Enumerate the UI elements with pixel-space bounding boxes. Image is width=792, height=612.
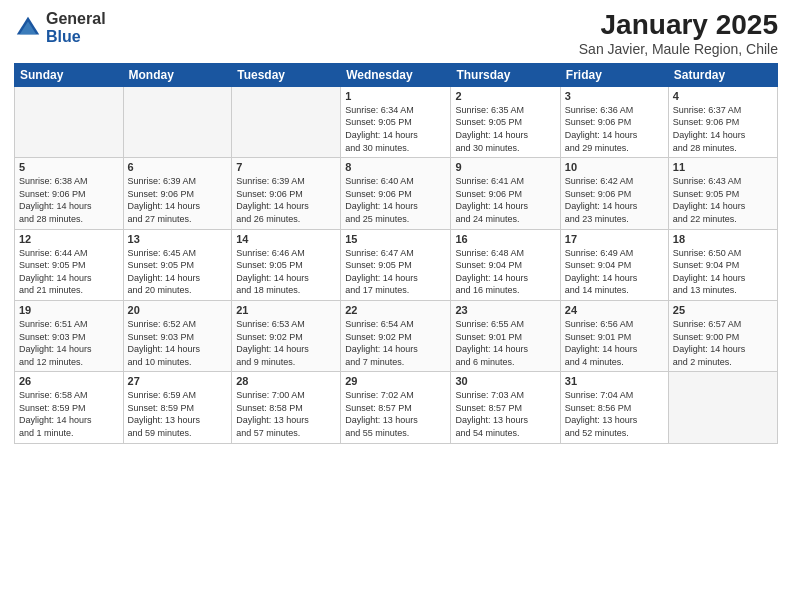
day-number: 16 (455, 233, 555, 245)
header: General Blue January 2025 San Javier, Ma… (14, 10, 778, 57)
day-info: Sunrise: 6:57 AM Sunset: 9:00 PM Dayligh… (673, 318, 773, 368)
table-row: 9Sunrise: 6:41 AM Sunset: 9:06 PM Daylig… (451, 158, 560, 229)
col-sunday: Sunday (15, 63, 124, 86)
calendar-week-row: 19Sunrise: 6:51 AM Sunset: 9:03 PM Dayli… (15, 300, 778, 371)
day-info: Sunrise: 6:36 AM Sunset: 9:06 PM Dayligh… (565, 104, 664, 154)
day-number: 19 (19, 304, 119, 316)
table-row (123, 86, 232, 157)
day-number: 6 (128, 161, 228, 173)
day-number: 9 (455, 161, 555, 173)
day-number: 24 (565, 304, 664, 316)
day-info: Sunrise: 6:48 AM Sunset: 9:04 PM Dayligh… (455, 247, 555, 297)
day-number: 26 (19, 375, 119, 387)
day-number: 17 (565, 233, 664, 245)
table-row: 22Sunrise: 6:54 AM Sunset: 9:02 PM Dayli… (341, 300, 451, 371)
table-row: 8Sunrise: 6:40 AM Sunset: 9:06 PM Daylig… (341, 158, 451, 229)
table-row: 26Sunrise: 6:58 AM Sunset: 8:59 PM Dayli… (15, 372, 124, 443)
day-info: Sunrise: 6:55 AM Sunset: 9:01 PM Dayligh… (455, 318, 555, 368)
col-tuesday: Tuesday (232, 63, 341, 86)
table-row: 20Sunrise: 6:52 AM Sunset: 9:03 PM Dayli… (123, 300, 232, 371)
table-row: 6Sunrise: 6:39 AM Sunset: 9:06 PM Daylig… (123, 158, 232, 229)
day-number: 8 (345, 161, 446, 173)
day-info: Sunrise: 6:50 AM Sunset: 9:04 PM Dayligh… (673, 247, 773, 297)
table-row: 14Sunrise: 6:46 AM Sunset: 9:05 PM Dayli… (232, 229, 341, 300)
table-row: 24Sunrise: 6:56 AM Sunset: 9:01 PM Dayli… (560, 300, 668, 371)
calendar-week-row: 1Sunrise: 6:34 AM Sunset: 9:05 PM Daylig… (15, 86, 778, 157)
day-info: Sunrise: 6:58 AM Sunset: 8:59 PM Dayligh… (19, 389, 119, 439)
table-row: 16Sunrise: 6:48 AM Sunset: 9:04 PM Dayli… (451, 229, 560, 300)
col-wednesday: Wednesday (341, 63, 451, 86)
day-number: 23 (455, 304, 555, 316)
day-number: 21 (236, 304, 336, 316)
day-info: Sunrise: 6:49 AM Sunset: 9:04 PM Dayligh… (565, 247, 664, 297)
day-number: 20 (128, 304, 228, 316)
day-info: Sunrise: 6:44 AM Sunset: 9:05 PM Dayligh… (19, 247, 119, 297)
calendar-week-row: 5Sunrise: 6:38 AM Sunset: 9:06 PM Daylig… (15, 158, 778, 229)
table-row: 7Sunrise: 6:39 AM Sunset: 9:06 PM Daylig… (232, 158, 341, 229)
day-info: Sunrise: 6:39 AM Sunset: 9:06 PM Dayligh… (236, 175, 336, 225)
day-number: 22 (345, 304, 446, 316)
day-info: Sunrise: 6:53 AM Sunset: 9:02 PM Dayligh… (236, 318, 336, 368)
logo-text: General Blue (46, 10, 106, 45)
day-info: Sunrise: 6:52 AM Sunset: 9:03 PM Dayligh… (128, 318, 228, 368)
table-row: 13Sunrise: 6:45 AM Sunset: 9:05 PM Dayli… (123, 229, 232, 300)
day-number: 25 (673, 304, 773, 316)
day-info: Sunrise: 6:35 AM Sunset: 9:05 PM Dayligh… (455, 104, 555, 154)
day-number: 7 (236, 161, 336, 173)
day-info: Sunrise: 6:43 AM Sunset: 9:05 PM Dayligh… (673, 175, 773, 225)
day-info: Sunrise: 6:38 AM Sunset: 9:06 PM Dayligh… (19, 175, 119, 225)
calendar-title: January 2025 (579, 10, 778, 41)
day-info: Sunrise: 6:40 AM Sunset: 9:06 PM Dayligh… (345, 175, 446, 225)
col-thursday: Thursday (451, 63, 560, 86)
col-monday: Monday (123, 63, 232, 86)
table-row: 17Sunrise: 6:49 AM Sunset: 9:04 PM Dayli… (560, 229, 668, 300)
day-info: Sunrise: 6:41 AM Sunset: 9:06 PM Dayligh… (455, 175, 555, 225)
calendar-week-row: 26Sunrise: 6:58 AM Sunset: 8:59 PM Dayli… (15, 372, 778, 443)
day-info: Sunrise: 6:59 AM Sunset: 8:59 PM Dayligh… (128, 389, 228, 439)
table-row: 23Sunrise: 6:55 AM Sunset: 9:01 PM Dayli… (451, 300, 560, 371)
table-row: 12Sunrise: 6:44 AM Sunset: 9:05 PM Dayli… (15, 229, 124, 300)
table-row: 11Sunrise: 6:43 AM Sunset: 9:05 PM Dayli… (668, 158, 777, 229)
page: General Blue January 2025 San Javier, Ma… (0, 0, 792, 612)
day-number: 31 (565, 375, 664, 387)
day-info: Sunrise: 6:42 AM Sunset: 9:06 PM Dayligh… (565, 175, 664, 225)
col-friday: Friday (560, 63, 668, 86)
table-row: 1Sunrise: 6:34 AM Sunset: 9:05 PM Daylig… (341, 86, 451, 157)
day-number: 28 (236, 375, 336, 387)
calendar-week-row: 12Sunrise: 6:44 AM Sunset: 9:05 PM Dayli… (15, 229, 778, 300)
day-info: Sunrise: 6:47 AM Sunset: 9:05 PM Dayligh… (345, 247, 446, 297)
day-info: Sunrise: 6:54 AM Sunset: 9:02 PM Dayligh… (345, 318, 446, 368)
table-row: 18Sunrise: 6:50 AM Sunset: 9:04 PM Dayli… (668, 229, 777, 300)
day-number: 5 (19, 161, 119, 173)
day-number: 14 (236, 233, 336, 245)
day-info: Sunrise: 6:45 AM Sunset: 9:05 PM Dayligh… (128, 247, 228, 297)
day-number: 13 (128, 233, 228, 245)
table-row: 2Sunrise: 6:35 AM Sunset: 9:05 PM Daylig… (451, 86, 560, 157)
day-number: 27 (128, 375, 228, 387)
table-row (668, 372, 777, 443)
day-info: Sunrise: 7:04 AM Sunset: 8:56 PM Dayligh… (565, 389, 664, 439)
table-row: 28Sunrise: 7:00 AM Sunset: 8:58 PM Dayli… (232, 372, 341, 443)
day-number: 29 (345, 375, 446, 387)
table-row: 30Sunrise: 7:03 AM Sunset: 8:57 PM Dayli… (451, 372, 560, 443)
day-info: Sunrise: 7:02 AM Sunset: 8:57 PM Dayligh… (345, 389, 446, 439)
day-info: Sunrise: 6:51 AM Sunset: 9:03 PM Dayligh… (19, 318, 119, 368)
day-number: 3 (565, 90, 664, 102)
logo-blue: Blue (46, 28, 81, 45)
day-number: 2 (455, 90, 555, 102)
table-row (15, 86, 124, 157)
day-number: 30 (455, 375, 555, 387)
title-block: January 2025 San Javier, Maule Region, C… (579, 10, 778, 57)
table-row: 29Sunrise: 7:02 AM Sunset: 8:57 PM Dayli… (341, 372, 451, 443)
day-info: Sunrise: 7:03 AM Sunset: 8:57 PM Dayligh… (455, 389, 555, 439)
table-row: 4Sunrise: 6:37 AM Sunset: 9:06 PM Daylig… (668, 86, 777, 157)
day-number: 10 (565, 161, 664, 173)
logo: General Blue (14, 10, 106, 45)
day-info: Sunrise: 6:37 AM Sunset: 9:06 PM Dayligh… (673, 104, 773, 154)
table-row (232, 86, 341, 157)
day-number: 18 (673, 233, 773, 245)
table-row: 10Sunrise: 6:42 AM Sunset: 9:06 PM Dayli… (560, 158, 668, 229)
table-row: 25Sunrise: 6:57 AM Sunset: 9:00 PM Dayli… (668, 300, 777, 371)
calendar-header-row: Sunday Monday Tuesday Wednesday Thursday… (15, 63, 778, 86)
table-row: 3Sunrise: 6:36 AM Sunset: 9:06 PM Daylig… (560, 86, 668, 157)
